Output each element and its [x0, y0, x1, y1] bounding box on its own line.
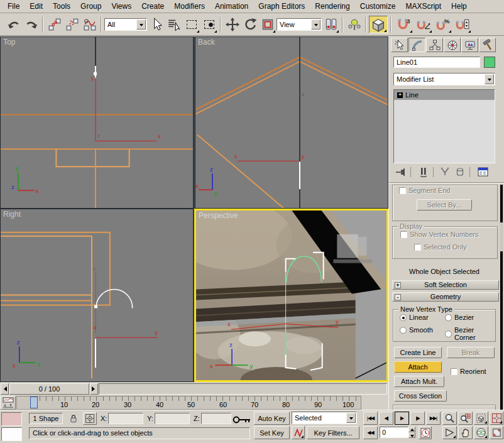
- bezier-radio[interactable]: [445, 314, 452, 321]
- spinner-snap-button[interactable]: [452, 16, 471, 33]
- zoom-button[interactable]: [442, 412, 457, 425]
- attach-button[interactable]: Attach: [394, 361, 442, 373]
- viewport-right-label[interactable]: Right: [3, 210, 21, 219]
- go-to-end-button[interactable]: ▶▶|: [426, 412, 441, 425]
- frame-spinner[interactable]: [408, 427, 415, 438]
- selected-only-row[interactable]: Selected Only: [414, 243, 466, 251]
- menu-rendering[interactable]: Rendering: [310, 1, 354, 12]
- rectangular-selection-region-button[interactable]: [183, 16, 200, 33]
- current-frame-field[interactable]: 0: [380, 427, 408, 438]
- make-unique-button[interactable]: [439, 167, 451, 178]
- show-end-result-button[interactable]: [418, 167, 429, 178]
- tab-display[interactable]: [461, 38, 478, 52]
- maxscript-listener-pane[interactable]: [1, 427, 22, 441]
- configure-modifier-sets-button[interactable]: [477, 167, 490, 179]
- menu-customize[interactable]: Customize: [355, 1, 401, 12]
- track-bar-ruler[interactable]: 0 10 20 30 40 50 60 70 80 90 100: [16, 396, 361, 410]
- select-and-manipulate-button[interactable]: [346, 16, 363, 33]
- viewport-right[interactable]: Right z x y z x y: [0, 209, 194, 382]
- undo-button[interactable]: [5, 16, 22, 33]
- create-line-button[interactable]: Create Line: [394, 347, 442, 358]
- select-and-move-button[interactable]: [224, 16, 241, 33]
- field-of-view-button[interactable]: [442, 426, 457, 439]
- smooth-radio-row[interactable]: Smooth: [400, 326, 433, 334]
- select-by-name-button[interactable]: [165, 16, 182, 33]
- stack-expand-icon[interactable]: +: [397, 92, 403, 98]
- attach-mult-button[interactable]: Attach Mult.: [394, 376, 444, 387]
- linear-radio[interactable]: [400, 314, 407, 321]
- arc-rotate-button[interactable]: [474, 426, 488, 439]
- soft-selection-rollout-header[interactable]: + Soft Selection: [392, 280, 499, 290]
- menu-modifiers[interactable]: Modifiers: [169, 1, 210, 12]
- break-button[interactable]: Break: [447, 347, 495, 358]
- segment-end-checkbox[interactable]: [399, 187, 406, 194]
- collapse-icon[interactable]: -: [395, 294, 401, 300]
- menu-edit[interactable]: Edit: [25, 1, 48, 12]
- key-filters-button[interactable]: Key Filters...: [307, 426, 359, 439]
- geometry-rollout-header[interactable]: - Geometry: [392, 292, 499, 302]
- default-tangent-button[interactable]: [292, 426, 305, 439]
- reorient-row[interactable]: Reorient: [451, 368, 486, 375]
- selection-filter-dropdown[interactable]: All: [104, 18, 147, 31]
- time-slider-handle[interactable]: 0 / 100: [9, 383, 89, 395]
- macro-recorder-pane[interactable]: [1, 412, 22, 426]
- time-forward-button[interactable]: [90, 383, 98, 395]
- dropdown-arrow-icon[interactable]: [485, 74, 494, 84]
- tab-modify[interactable]: [408, 38, 425, 52]
- menu-file[interactable]: File: [3, 1, 25, 12]
- select-by-button[interactable]: Select By...: [417, 199, 472, 211]
- menu-maxscript[interactable]: MAXScript: [400, 1, 446, 12]
- linear-radio-row[interactable]: Linear: [400, 314, 429, 321]
- redo-button[interactable]: [23, 16, 40, 33]
- viewport-back[interactable]: Back z x y z x y: [195, 36, 388, 209]
- viewport-perspective[interactable]: Perspective: [194, 209, 388, 382]
- expand-icon[interactable]: +: [395, 282, 401, 288]
- viewport-top-label[interactable]: Top: [3, 38, 15, 46]
- dropdown-arrow-icon[interactable]: [311, 19, 320, 30]
- y-coordinate-field[interactable]: [155, 413, 190, 424]
- object-color-swatch[interactable]: [484, 57, 495, 68]
- tab-motion[interactable]: [444, 38, 461, 52]
- spinner-down-icon[interactable]: [408, 432, 415, 438]
- select-and-link-button[interactable]: [46, 16, 63, 33]
- z-coordinate-field[interactable]: [201, 413, 231, 424]
- remove-modifier-button[interactable]: [454, 167, 466, 178]
- select-and-scale-button[interactable]: [259, 16, 276, 33]
- time-configuration-button[interactable]: [419, 426, 432, 439]
- snaps-toggle-button[interactable]: [369, 16, 388, 33]
- select-and-rotate-button[interactable]: [241, 16, 258, 33]
- selection-lock-toggle[interactable]: [67, 412, 80, 425]
- percent-snap-button[interactable]: %: [433, 16, 452, 33]
- panel-scrollbar[interactable]: [500, 185, 503, 410]
- select-object-button[interactable]: [148, 16, 165, 33]
- menu-create[interactable]: Create: [136, 1, 169, 12]
- set-keys-button[interactable]: [233, 415, 251, 425]
- zoom-extents-button[interactable]: [474, 412, 488, 425]
- viewport-perspective-label[interactable]: Perspective: [199, 211, 238, 220]
- angle-snap-button[interactable]: [414, 16, 432, 33]
- tab-utilities[interactable]: [479, 38, 496, 52]
- viewport-back-label[interactable]: Back: [198, 38, 215, 46]
- use-pivot-point-center-button[interactable]: [322, 16, 339, 33]
- go-to-start-button[interactable]: |◀◀: [363, 412, 378, 425]
- menu-help[interactable]: Help: [446, 1, 472, 12]
- key-filter-dropdown[interactable]: Selected: [292, 412, 357, 424]
- modifier-list-dropdown[interactable]: Modifier List: [393, 73, 495, 85]
- current-frame-indicator[interactable]: [30, 397, 38, 408]
- time-slider-track[interactable]: [99, 383, 387, 395]
- maximize-viewport-toggle[interactable]: [490, 426, 503, 439]
- spinner-up-icon[interactable]: [408, 427, 415, 432]
- zoom-all-button[interactable]: [458, 412, 473, 425]
- snap-3d-button[interactable]: 3: [394, 16, 413, 33]
- selected-only-checkbox[interactable]: [414, 244, 421, 251]
- viewport-top[interactable]: Top y z x y x z: [0, 36, 194, 209]
- play-button[interactable]: ▶: [395, 412, 409, 425]
- auto-key-button[interactable]: Auto Key: [254, 412, 290, 425]
- next-frame-button[interactable]: |▶: [410, 412, 425, 425]
- unlink-selection-button[interactable]: [63, 16, 80, 33]
- key-mode-toggle[interactable]: ◀◀: [363, 426, 378, 439]
- bezier-corner-radio[interactable]: [445, 331, 452, 337]
- bezier-radio-row[interactable]: Bezier: [445, 314, 474, 321]
- set-key-button[interactable]: Set Key: [254, 426, 290, 439]
- panel-scrollbar-thumb[interactable]: [500, 222, 503, 251]
